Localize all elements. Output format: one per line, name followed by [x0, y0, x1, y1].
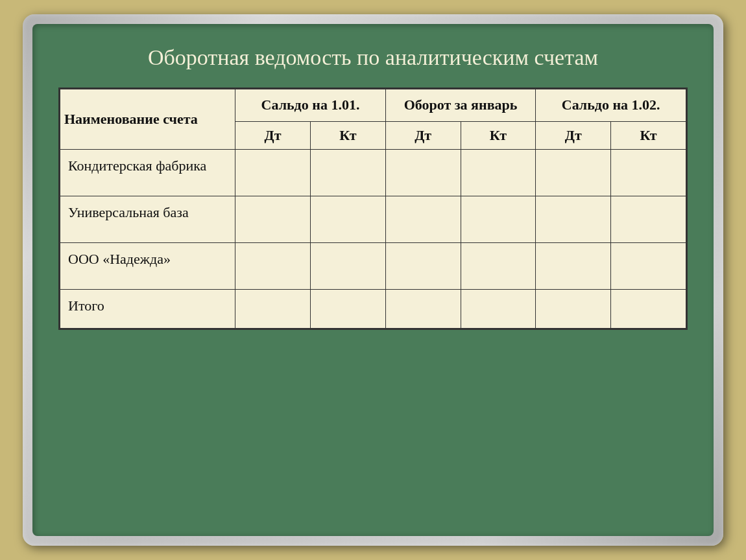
- board-outer: Оборотная ведомость по аналитическим сче…: [23, 14, 723, 546]
- row-2-kt2: [461, 242, 536, 289]
- row-0-kt1: [310, 149, 385, 196]
- subheader-dt3: Дт: [536, 121, 611, 149]
- row-2-dt3: [536, 242, 611, 289]
- subheader-kt2: Кт: [461, 121, 536, 149]
- subheader-kt3: Кт: [611, 121, 686, 149]
- main-table: Наименование счета Сальдо на 1.01. Оборо…: [60, 89, 686, 329]
- row-name-1: Универсальная база: [60, 196, 235, 242]
- row-0-dt1: [235, 149, 311, 196]
- row-name-0: Кондитерская фабрика: [60, 149, 235, 196]
- row-itogo-dt2: [385, 289, 461, 328]
- row-2-dt2: [385, 242, 461, 289]
- subheader-dt2: Дт: [385, 121, 461, 149]
- row-2-dt1: [235, 242, 311, 289]
- row-itogo-dt3: [536, 289, 611, 328]
- table-row: ООО «Надежда»: [60, 242, 686, 289]
- row-0-kt2: [461, 149, 536, 196]
- subheader-dt1: Дт: [235, 121, 311, 149]
- table-container: Наименование счета Сальдо на 1.01. Оборо…: [58, 88, 688, 330]
- board-inner: Оборотная ведомость по аналитическим сче…: [32, 24, 714, 536]
- row-itogo-dt1: [235, 289, 311, 328]
- header-name: Наименование счета: [60, 89, 235, 150]
- header-saldo2: Сальдо на 1.02.: [536, 89, 686, 122]
- row-itogo-kt2: [461, 289, 536, 328]
- row-0-dt2: [385, 149, 461, 196]
- header-oborot: Оборот за январь: [385, 89, 536, 122]
- table-row: Кондитерская фабрика: [60, 149, 686, 196]
- row-1-kt3: [611, 196, 686, 242]
- row-1-dt3: [536, 196, 611, 242]
- row-1-kt2: [461, 196, 536, 242]
- row-2-kt3: [611, 242, 686, 289]
- table-row: Универсальная база: [60, 196, 686, 242]
- row-1-kt1: [310, 196, 385, 242]
- row-0-kt3: [611, 149, 686, 196]
- row-name-itogo: Итого: [60, 289, 235, 328]
- header-saldo1: Сальдо на 1.01.: [235, 89, 386, 122]
- row-1-dt2: [385, 196, 461, 242]
- subheader-kt1: Кт: [310, 121, 385, 149]
- row-1-dt1: [235, 196, 311, 242]
- row-itogo-kt1: [310, 289, 385, 328]
- row-0-dt3: [536, 149, 611, 196]
- page-title: Оборотная ведомость по аналитическим сче…: [148, 43, 598, 72]
- row-name-2: ООО «Надежда»: [60, 242, 235, 289]
- table-row-itogo: Итого: [60, 289, 686, 328]
- row-2-kt1: [310, 242, 385, 289]
- row-itogo-kt3: [611, 289, 686, 328]
